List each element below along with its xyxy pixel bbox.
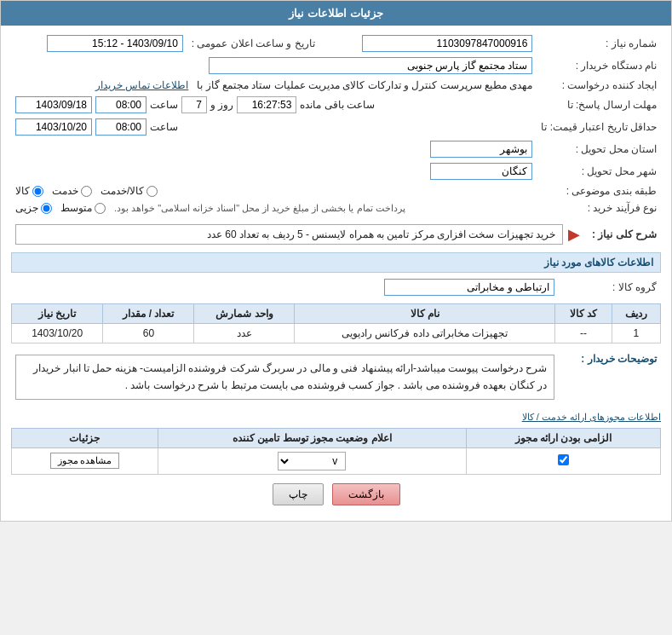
need-summary-table: شرح کلی نیاز : ▶ خرید تجهیزات سخت افزاری… (11, 222, 661, 247)
city-input[interactable] (430, 163, 532, 180)
lic-col-detail: جزئیات (12, 428, 158, 447)
buyer-notes-label: توضیحات خریدار : (559, 349, 661, 406)
goods-cell-date: 1403/10/20 (12, 324, 103, 343)
group-input[interactable] (384, 279, 554, 296)
col-unit: واحد شمارش (194, 304, 295, 324)
buyer-label: نام دستگاه خریدار : (537, 55, 661, 77)
goods-cell-qty: 60 (103, 324, 194, 343)
page-wrapper: جزئیات اطلاعات نیاز شماره نیاز : تاریخ و… (0, 0, 672, 522)
reply-label: مهلت ارسال پاسخ: تا (537, 94, 661, 116)
buyer-notes-table: توضیحات خریدار : شرح درخواست پیوست میباش… (11, 349, 661, 406)
need-number-input[interactable] (362, 35, 532, 52)
price-date-input[interactable] (15, 118, 92, 136)
content-area: شماره نیاز : تاریخ و ساعت اعلان عمومی : … (1, 26, 671, 521)
group-label: گروه کالا : (559, 276, 661, 298)
lic-required-checkbox[interactable] (558, 454, 569, 465)
info-table: شماره نیاز : تاریخ و ساعت اعلان عمومی : … (11, 32, 661, 216)
category-label: طبقه بندی موضوعی : (537, 182, 661, 199)
lic-status-cell: v -- (158, 447, 466, 474)
purchase-motavset[interactable]: متوسط (60, 202, 106, 214)
city-label: شهر محل تحویل : (537, 160, 661, 182)
category-kala-khidmat[interactable]: کالا/خدمت (101, 185, 158, 197)
buyer-input[interactable] (209, 57, 532, 74)
lic-status-select[interactable]: v -- (278, 452, 346, 470)
attachments-link[interactable]: اطلاعات مجوزهای ارائه خدمت / کالا (522, 412, 661, 422)
category-khidmat[interactable]: خدمت (52, 185, 92, 197)
reply-time-label: ساعت (150, 99, 178, 111)
goods-table: ردیف کد کالا نام کالا واحد شمارش تعداد /… (11, 303, 661, 343)
need-summary-value: خرید تجهیزات سخت افزاری مرکز تامین به هم… (15, 224, 563, 245)
date-label: تاریخ و ساعت اعلان عمومی : (187, 32, 319, 55)
lic-required-cell (466, 447, 660, 474)
reply-hour-input[interactable] (237, 96, 296, 113)
licenses-table: الزامی بودن ارائه مجوز اعلام وضعیت مجوز … (11, 428, 661, 475)
col-date: تاریخ نیاز (12, 304, 103, 324)
creator-value: مهدی مطیع سرپرست کنترل و تدارکات کالای م… (197, 79, 532, 91)
buyer-notes-text: شرح درخواست پیوست میباشد-ارائه پیشنهاد ف… (15, 355, 554, 400)
goods-cell-code: -- (555, 324, 612, 343)
category-kala[interactable]: کالا (15, 185, 43, 197)
purchase-type-label: نوع فرآیند خرید : (537, 199, 661, 216)
creator-label: ایجاد کننده درخواست : (537, 77, 661, 94)
footer-buttons: بازگشت چاپ (11, 475, 661, 514)
col-name: نام کالا (295, 304, 555, 324)
goods-cell-name: تجهیزات مخابراتی داده فرکانس رادیویی (295, 324, 555, 343)
lic-col-required: الزامی بودن ارائه مجوز (466, 428, 660, 447)
goods-group-table: گروه کالا : (11, 276, 661, 298)
lic-col-status: اعلام وضعیت مجوز توسط تامین کننده (158, 428, 466, 447)
province-input[interactable] (430, 141, 532, 158)
reply-day-input[interactable] (181, 96, 207, 113)
price-time-label: ساعت (150, 121, 178, 133)
back-button[interactable]: بازگشت (332, 483, 400, 505)
red-arrow-icon: ▶ (568, 225, 580, 244)
contact-link[interactable]: اطلاعات تماس خریدار (95, 79, 189, 91)
need-number-label: شماره نیاز : (537, 32, 661, 55)
page-header: جزئیات اطلاعات نیاز (1, 1, 671, 26)
reply-time-input[interactable] (95, 96, 146, 113)
goods-section-title: اطلاعات کالاهای مورد نیاز (11, 252, 661, 273)
print-button[interactable]: چاپ (273, 483, 324, 505)
reply-day-label: روز و (210, 99, 233, 111)
purchase-note: پرداخت تمام یا بخشی از مبلغ خرید از محل … (114, 203, 405, 214)
date-input[interactable] (47, 35, 183, 52)
goods-cell-index: 1 (612, 324, 660, 343)
price-time-input[interactable] (95, 118, 146, 136)
reply-date-input[interactable] (15, 96, 92, 113)
reply-hour-label: ساعت باقی مانده (300, 99, 375, 111)
license-row: v -- مشاهده مجوز (12, 447, 661, 474)
goods-cell-unit: عدد (194, 324, 295, 343)
col-qty: تعداد / مقدار (103, 304, 194, 324)
col-index: ردیف (612, 304, 660, 324)
page-title: جزئیات اطلاعات نیاز (289, 7, 382, 20)
lic-detail-cell: مشاهده مجوز (12, 447, 158, 474)
need-summary-label: شرح کلی نیاز : (584, 222, 661, 247)
price-label: حداقل تاریخ اعتبار قیمت: تا (537, 116, 661, 138)
purchase-jozi[interactable]: جزیی (15, 202, 52, 214)
view-license-btn[interactable]: مشاهده مجوز (50, 453, 120, 469)
province-label: استان محل تحویل : (537, 138, 661, 160)
col-code: کد کالا (555, 304, 612, 324)
goods-row: 1--تجهیزات مخابراتی داده فرکانس رادیوییع… (12, 324, 661, 343)
attachments-area: اطلاعات مجوزهای ارائه خدمت / کالا (11, 411, 661, 423)
